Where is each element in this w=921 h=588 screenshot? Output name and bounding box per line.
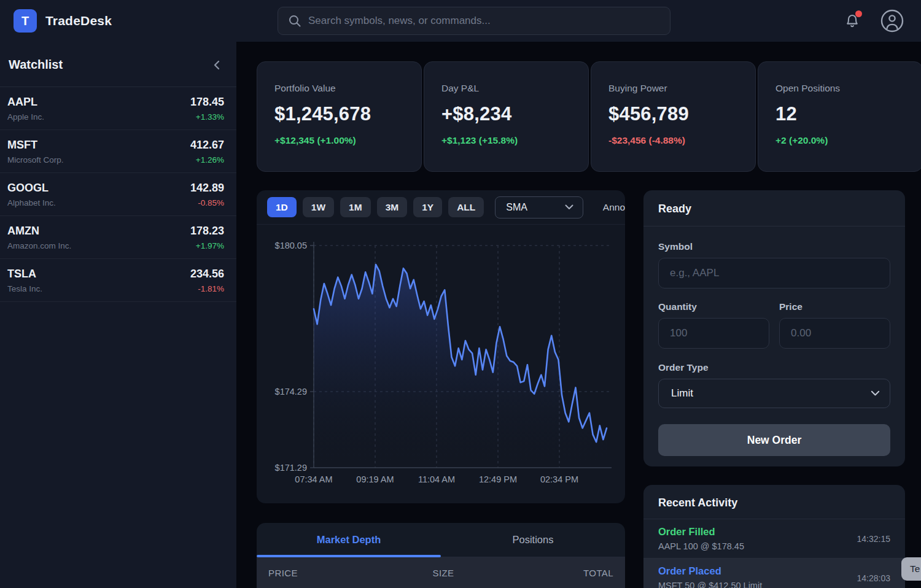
activity-detail: AAPL 100 @ $178.45	[658, 541, 744, 551]
price-label: Price	[779, 301, 890, 312]
price-input[interactable]	[779, 318, 890, 349]
stat-delta: -$23,456 (-4.88%)	[608, 135, 738, 146]
stat-value: $456,789	[608, 103, 738, 125]
timeframe-button-1y[interactable]: 1Y	[413, 197, 442, 217]
search-icon	[288, 14, 301, 28]
activity-type: Order Filled	[658, 526, 744, 538]
activity-type: Order Placed	[658, 565, 762, 577]
symbol: MSFT	[7, 139, 64, 152]
user-avatar-icon	[879, 8, 905, 34]
symbol: AMZN	[7, 225, 71, 238]
price-chart-canvas[interactable]: $180.05$174.29$171.2907:34 AM09:19 AM11:…	[257, 225, 625, 503]
stat-delta: +2 (+20.0%)	[775, 135, 905, 146]
stat-label: Day P&L	[441, 83, 571, 94]
change-percent: -0.85%	[190, 198, 224, 207]
column-header-price: PRICE	[268, 568, 391, 578]
watchlist-row-amzn[interactable]: AMZN Amazon.com Inc. 178.23 +1.97%	[0, 216, 236, 259]
column-header-total: TOTAL	[505, 568, 613, 578]
app-title: TradeDesk	[45, 14, 112, 28]
depth-table-header: PRICE SIZE TOTAL	[257, 557, 625, 588]
annotate-button[interactable]: Anno	[603, 202, 625, 213]
company-name: Tesla Inc.	[7, 284, 42, 293]
svg-text:12:49 PM: 12:49 PM	[479, 474, 517, 484]
stat-card-buying-power: Buying Power $456,789 -$23,456 (-4.88%)	[591, 61, 756, 172]
indicator-select[interactable]: SMA	[495, 196, 583, 219]
brand: T TradeDesk	[0, 9, 112, 33]
global-search[interactable]	[278, 7, 670, 35]
right-column: Ready Symbol Quantity Price	[643, 190, 905, 588]
stat-value: +$8,234	[441, 103, 571, 125]
svg-text:$171.29: $171.29	[275, 463, 307, 473]
svg-text:07:34 AM: 07:34 AM	[295, 474, 332, 484]
app-logo[interactable]: T	[14, 9, 37, 33]
stat-delta: +$12,345 (+1.00%)	[274, 135, 404, 146]
change-percent: +1.26%	[190, 155, 224, 164]
activity-detail: MSFT 50 @ $412.50 Limit	[658, 581, 762, 588]
chart-toolbar: 1D 1W 1M 3M 1Y ALL SMA Anno	[257, 190, 625, 225]
recent-activity-panel: Recent Activity Order Filled AAPL 100 @ …	[643, 485, 905, 588]
watchlist-row-googl[interactable]: GOOGL Alphabet Inc. 142.89 -0.85%	[0, 173, 236, 216]
watchlist-row-aapl[interactable]: AAPL Apple Inc. 178.45 +1.33%	[0, 87, 236, 130]
price-chart-card: 1D 1W 1M 3M 1Y ALL SMA Anno $180.05$174.…	[257, 190, 625, 503]
watchlist-sidebar: Watchlist AAPL Apple Inc. 178.45 +1.33% …	[0, 42, 237, 588]
stat-card-open-positions: Open Positions 12 +2 (+20.0%)	[758, 61, 921, 172]
change-percent: +1.33%	[190, 112, 224, 122]
price: 178.23	[190, 225, 224, 238]
recent-activity-title: Recent Activity	[643, 485, 905, 519]
new-order-button[interactable]: New Order	[658, 424, 890, 456]
market-depth-panel: Market Depth Positions PRICE SIZE TOTAL	[257, 523, 625, 588]
chevron-down-icon	[565, 204, 573, 210]
collapse-sidebar-button[interactable]	[212, 60, 222, 71]
stat-value: $1,245,678	[274, 103, 404, 125]
price: 412.67	[190, 139, 224, 152]
watchlist-row-msft[interactable]: MSFT Microsoft Corp. 412.67 +1.26%	[0, 130, 236, 173]
activity-row-placed[interactable]: Order Placed MSFT 50 @ $412.50 Limit 14:…	[643, 559, 905, 588]
symbol-label: Symbol	[658, 241, 890, 252]
timeframe-button-all[interactable]: ALL	[448, 197, 484, 217]
company-name: Apple Inc.	[7, 112, 44, 122]
symbol: GOOGL	[7, 182, 56, 195]
order-ticket-panel: Ready Symbol Quantity Price	[643, 190, 905, 466]
change-percent: +1.97%	[190, 241, 224, 250]
change-percent: -1.81%	[190, 284, 224, 293]
order-type-value: Limit	[671, 387, 693, 400]
toast-notification[interactable]: Te	[901, 557, 921, 581]
timeframe-button-3m[interactable]: 3M	[377, 197, 408, 217]
price: 234.56	[190, 268, 224, 280]
chevron-left-icon	[212, 60, 222, 71]
price: 178.45	[190, 96, 224, 109]
column-header-size: SIZE	[382, 568, 505, 578]
tab-market-depth[interactable]: Market Depth	[257, 523, 441, 557]
activity-time: 14:28:03	[857, 573, 891, 583]
timeframe-button-1d[interactable]: 1D	[267, 197, 297, 217]
company-name: Microsoft Corp.	[7, 155, 64, 164]
company-name: Alphabet Inc.	[7, 198, 56, 207]
symbol-input[interactable]	[658, 258, 890, 288]
svg-text:02:34 PM: 02:34 PM	[540, 474, 578, 484]
svg-text:$180.05: $180.05	[275, 241, 307, 250]
timeframe-button-1m[interactable]: 1M	[340, 197, 371, 217]
search-input[interactable]	[308, 15, 660, 27]
quantity-input[interactable]	[658, 318, 769, 349]
stats-row: Portfolio Value $1,245,678 +$12,345 (+1.…	[257, 61, 921, 172]
activity-row-filled[interactable]: Order Filled AAPL 100 @ $178.45 14:32:15	[643, 519, 905, 559]
svg-text:11:04 AM: 11:04 AM	[418, 474, 455, 484]
order-status: Ready	[643, 190, 905, 226]
svg-text:09:19 AM: 09:19 AM	[356, 474, 394, 484]
stat-delta: +$1,123 (+15.8%)	[441, 135, 571, 146]
stat-label: Open Positions	[775, 83, 905, 94]
activity-time: 14:32:15	[857, 534, 891, 544]
main-content: Portfolio Value $1,245,678 +$12,345 (+1.…	[237, 42, 921, 588]
watchlist-row-tsla[interactable]: TSLA Tesla Inc. 234.56 -1.81%	[0, 259, 236, 302]
profile-button[interactable]	[879, 8, 905, 34]
top-bar: T TradeDesk	[0, 0, 921, 42]
order-type-select[interactable]: Limit	[658, 379, 890, 408]
chevron-down-icon	[871, 390, 880, 397]
symbol: AAPL	[7, 96, 44, 109]
stat-card-portfolio-value: Portfolio Value $1,245,678 +$12,345 (+1.…	[257, 61, 422, 172]
tab-positions[interactable]: Positions	[441, 523, 625, 557]
stat-value: 12	[775, 103, 905, 125]
chart-column: 1D 1W 1M 3M 1Y ALL SMA Anno $180.05$174.…	[257, 190, 625, 588]
notifications-button[interactable]	[844, 12, 861, 29]
timeframe-button-1w[interactable]: 1W	[303, 197, 334, 217]
